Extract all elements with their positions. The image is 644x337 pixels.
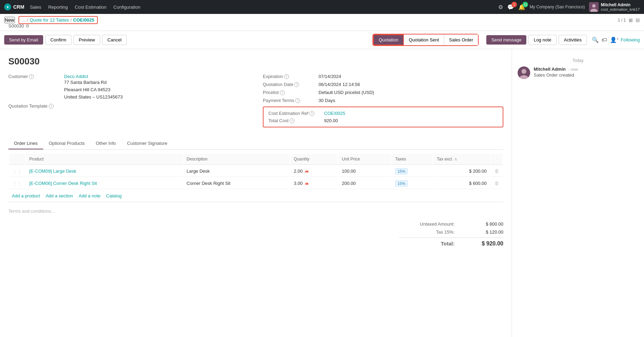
chatter-date-separator: Today [518, 58, 638, 63]
alerts-icon[interactable]: 🔔 11 [518, 4, 525, 10]
terms-input[interactable]: Terms and conditions... [8, 206, 503, 217]
status-sales-order[interactable]: Sales Order [444, 34, 478, 45]
quantity-cell[interactable]: 3.00 ⛰ [290, 178, 338, 189]
separator [8, 202, 503, 202]
description-cell[interactable]: Large Desk [183, 165, 290, 177]
following-button[interactable]: Following [621, 37, 640, 42]
col-tax-excl: Tax excl. ⇅ [433, 154, 490, 165]
nav-reporting[interactable]: Reporting [48, 5, 68, 10]
breadcrumb-sep2: / [70, 17, 72, 23]
chatter-avatar [518, 66, 530, 79]
tab-other-info[interactable]: Other Info [90, 138, 121, 149]
kanban-view-icon[interactable]: ⊟ [636, 17, 640, 23]
table-row: ⋮⋮ [E-COM09] Large Desk Large Desk 2.00 … [9, 165, 503, 177]
add-product-link[interactable]: Add a product [12, 193, 40, 198]
drag-handle[interactable]: ⋮⋮ [13, 181, 22, 186]
status-quotation[interactable]: Quotation [373, 34, 404, 45]
messages-icon[interactable]: 💬 2 [507, 4, 514, 10]
tag-icon[interactable]: 🏷 [602, 37, 607, 43]
product-cell[interactable]: [E-COM09] Large Desk [26, 165, 182, 177]
forecast-icon[interactable]: ⛰ [305, 168, 309, 173]
quotation-date-help-icon[interactable]: ? [294, 82, 299, 87]
quantity-cell[interactable]: 2.00 ⛰ [290, 165, 338, 177]
user-follow-icon[interactable]: 👤1 [610, 37, 619, 43]
tax-excl-cell: $ 200.00 [433, 165, 490, 177]
terms-area: Terms and conditions... [8, 206, 503, 217]
product-cell[interactable]: [E-COM06] Corner Desk Right Sit [26, 178, 182, 189]
total-cost-help-icon[interactable]: ? [290, 118, 294, 123]
taxes-cell[interactable]: 15% [392, 165, 433, 177]
user-details: Mitchell Admin cost_estimation_knk17 [601, 2, 640, 11]
col-taxes: Taxes [392, 154, 433, 165]
nav-sales[interactable]: Sales [30, 5, 41, 10]
payment-terms-label: Payment Terms ? [263, 98, 319, 103]
pricelist-value[interactable]: Default USD pricelist (USD) [319, 90, 374, 95]
payment-terms-help-icon[interactable]: ? [295, 98, 300, 103]
nav-configuration[interactable]: Configuration [113, 5, 140, 10]
description-cell[interactable]: Corner Desk Right Sit [183, 178, 290, 189]
breadcrumb-parent2[interactable]: COE/0025 [73, 17, 94, 23]
send-email-button[interactable]: Send by Email [4, 35, 43, 45]
breadcrumb-dots[interactable]: ... [22, 17, 26, 23]
activities-button[interactable]: Activities [559, 35, 587, 45]
customer-addr1: 77 Santa Barbara Rd [64, 79, 123, 86]
app-logo[interactable]: ▼ CRM [4, 3, 24, 10]
tab-order-lines[interactable]: Order Lines [8, 138, 43, 149]
payment-terms-field: Payment Terms ? 30 Days [263, 98, 503, 103]
pricelist-help-icon[interactable]: ? [280, 90, 285, 95]
nav-cost-estimation[interactable]: Cost Estimation [75, 5, 107, 10]
add-note-link[interactable]: Add a note [79, 193, 101, 198]
cost-estimation-box: Cost Estimation Ref ? COE/0025 Total Cos… [263, 107, 503, 127]
cost-estimation-ref-help-icon[interactable]: ? [309, 111, 314, 116]
catalog-link[interactable]: Catalog [106, 193, 122, 198]
company-name: My Company (San Francisco) [529, 5, 585, 9]
drag-handle[interactable]: ⋮⋮ [13, 168, 22, 174]
preview-button[interactable]: Preview [73, 35, 100, 45]
pagination: 1 / 1 [618, 18, 626, 23]
tab-optional-products[interactable]: Optional Products [43, 138, 90, 149]
svg-point-1 [592, 4, 596, 8]
customer-help-icon[interactable]: ? [29, 74, 34, 79]
settings-gear-icon[interactable]: ⚙ [25, 23, 30, 29]
status-quotation-sent[interactable]: Quotation Sent [404, 34, 444, 45]
total-value: $ 920.00 [469, 241, 503, 247]
form-col-left: Customer ? Deco Addict 77 Santa Barbara … [8, 74, 249, 131]
cost-estimation-ref-value[interactable]: COE/0025 [324, 111, 345, 116]
expiration-help-icon[interactable]: ? [284, 74, 289, 79]
tab-customer-signature[interactable]: Customer Signature [121, 138, 173, 149]
taxes-cell[interactable]: 15% [392, 178, 433, 189]
sort-icon[interactable]: ⇅ [454, 157, 457, 161]
col-product: Product [26, 154, 182, 165]
total-cost-value: 920.00 [324, 118, 338, 123]
send-message-button[interactable]: Send message [486, 35, 526, 45]
unit-price-cell[interactable]: 100.00 [338, 165, 391, 177]
logo-icon: ▼ [4, 3, 11, 10]
cancel-button[interactable]: Cancel [102, 35, 127, 45]
top-navigation: ▼ CRM Sales Reporting Cost Estimation Co… [0, 0, 644, 14]
search-icon[interactable]: 🔍 [592, 37, 599, 43]
breadcrumb-parent1[interactable]: Quote for 12 Tables [30, 17, 69, 23]
payment-terms-value[interactable]: 30 Days [319, 98, 335, 103]
confirm-button[interactable]: Confirm [45, 35, 72, 45]
customer-name[interactable]: Deco Addict [64, 74, 123, 79]
chatter-area: Today Mitchell Admin - now Sales Order c… [512, 49, 644, 337]
chatter-message: Mitchell Admin - now Sales Order created [518, 66, 638, 79]
forecast-icon[interactable]: ⛰ [305, 181, 309, 186]
user-avatar[interactable] [589, 2, 599, 12]
totals-area: Untaxed Amount: $ 800.00 Tax 15%: $ 120.… [8, 220, 503, 248]
new-button[interactable]: New [4, 17, 15, 23]
delete-row-icon[interactable]: 🗑 [494, 180, 499, 186]
form-content: S00030 Customer ? Deco Addict 77 Santa B… [0, 49, 512, 255]
unit-price-cell[interactable]: 200.00 [338, 178, 391, 189]
quotation-template-help-icon[interactable]: ? [49, 104, 54, 109]
settings-icon[interactable]: ⚙ [498, 4, 503, 10]
form-row-main: Customer ? Deco Addict 77 Santa Barbara … [8, 74, 503, 131]
delete-row-icon[interactable]: 🗑 [494, 168, 499, 174]
quotation-date-value[interactable]: 06/14/2024 12:14:56 [319, 82, 360, 87]
action-toolbar: Send by Email Confirm Preview Cancel Quo… [0, 31, 644, 49]
log-note-button[interactable]: Log note [528, 35, 557, 45]
quotation-date-field: Quotation Date ? 06/14/2024 12:14:56 [263, 82, 503, 87]
add-section-link[interactable]: Add a section [46, 193, 73, 198]
list-view-icon[interactable]: ⊞ [629, 17, 633, 23]
expiration-value[interactable]: 07/14/2024 [319, 74, 341, 79]
